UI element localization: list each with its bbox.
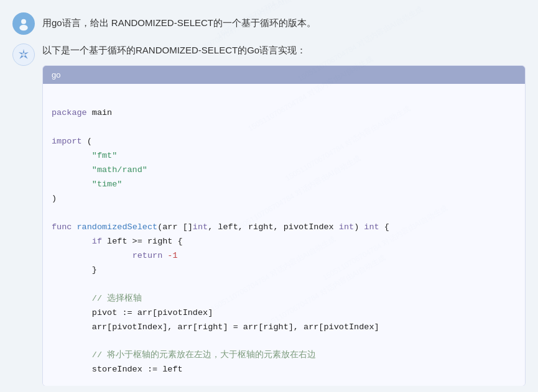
code-body: package main import ( "fmt" "math/rand" … (43, 84, 525, 386)
code-line: } (52, 263, 516, 278)
code-line: package main (52, 106, 516, 121)
code-line (52, 206, 516, 221)
user-avatar (12, 12, 35, 35)
code-line: pivot := arr[pivotIndex] (52, 306, 516, 321)
ai-content: 以下是一个基于循环的RANDOMIZED-SELECT的Go语言实现： go p… (42, 43, 526, 386)
code-line: return -1 (52, 249, 516, 263)
svg-point-2 (22, 53, 25, 56)
code-line: func randomizedSelect(arr []int, left, r… (52, 221, 516, 235)
code-line: import ( (52, 135, 516, 149)
svg-point-1 (19, 25, 27, 30)
svg-point-0 (21, 19, 26, 24)
user-message-row: 用go语言，给出 RANDOMIZED-SELECT的一个基于循环的版本。 (0, 6, 538, 41)
code-line: "math/rand" (52, 163, 516, 178)
code-line (52, 334, 516, 349)
code-line (52, 278, 516, 292)
code-line: // 将小于枢轴的元素放在左边，大于枢轴的元素放在右边 (52, 349, 516, 363)
ai-message-row: 以下是一个基于循环的RANDOMIZED-SELECT的Go语言实现： go p… (0, 41, 538, 386)
code-block: go package main import ( "fmt" "math/ran… (42, 65, 526, 386)
code-line (52, 93, 516, 107)
code-lang-label: go (43, 66, 525, 84)
ai-intro-text: 以下是一个基于循环的RANDOMIZED-SELECT的Go语言实现： (42, 43, 526, 58)
code-line: arr[pivotIndex], arr[right] = arr[right]… (52, 321, 516, 335)
code-line (52, 121, 516, 135)
code-line: "time" (52, 178, 516, 192)
code-line: ) (52, 192, 516, 206)
code-line: // 选择枢轴 (52, 292, 516, 306)
user-message-text: 用go语言，给出 RANDOMIZED-SELECT的一个基于循环的版本。 (42, 12, 316, 30)
code-line: "fmt" (52, 149, 516, 163)
code-line: storeIndex := left (52, 363, 516, 377)
code-line: if left >= right { (52, 235, 516, 249)
ai-avatar (12, 43, 35, 66)
